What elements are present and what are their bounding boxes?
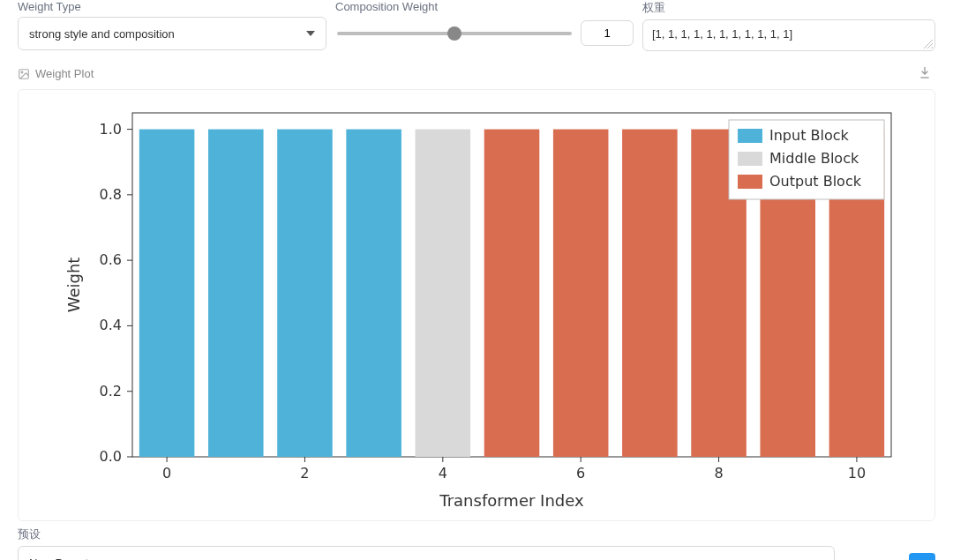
svg-point-1 — [21, 71, 23, 73]
svg-text:0: 0 — [162, 465, 171, 482]
preset-dropdown[interactable]: New Preset — [18, 546, 835, 560]
svg-rect-9 — [553, 130, 609, 457]
weights-input[interactable]: [1, 1, 1, 1, 1, 1, 1, 1, 1, 1, 1] — [642, 19, 935, 51]
composition-weight-label: Composition Weight — [335, 0, 634, 13]
refresh-preset-button[interactable] — [909, 553, 935, 560]
download-button[interactable] — [914, 62, 935, 86]
svg-rect-45 — [738, 175, 762, 189]
svg-rect-8 — [484, 130, 540, 457]
svg-text:0.0: 0.0 — [100, 448, 122, 465]
delete-preset-button[interactable] — [875, 553, 902, 560]
svg-text:Weight: Weight — [64, 258, 83, 313]
plot-title: Weight Plot — [35, 67, 94, 80]
preset-label: 预设 — [18, 526, 835, 542]
svg-text:0.8: 0.8 — [100, 186, 122, 203]
weight-type-dropdown[interactable]: strong style and composition — [18, 17, 326, 50]
weight-plot-svg: 02468100.00.20.40.60.81.0Transformer Ind… — [44, 95, 909, 519]
svg-text:6: 6 — [576, 465, 585, 482]
weight-plot: 02468100.00.20.40.60.81.0Transformer Ind… — [18, 89, 935, 521]
weight-type-value: strong style and composition — [29, 27, 175, 41]
svg-text:Input Block: Input Block — [769, 127, 850, 144]
composition-weight-slider[interactable] — [337, 32, 572, 35]
weights-value: [1, 1, 1, 1, 1, 1, 1, 1, 1, 1, 1] — [652, 27, 792, 41]
chevron-down-icon — [306, 31, 315, 36]
download-icon — [918, 65, 932, 79]
image-icon — [18, 68, 30, 80]
svg-rect-10 — [622, 130, 678, 457]
preset-value: New Preset — [29, 556, 88, 561]
weights-label: 权重 — [642, 0, 935, 16]
svg-rect-5 — [277, 130, 333, 457]
weight-type-label: Weight Type — [18, 0, 326, 13]
svg-text:Middle Block: Middle Block — [769, 150, 859, 167]
resize-handle-icon — [924, 40, 933, 49]
svg-rect-3 — [139, 130, 195, 457]
save-preset-button[interactable] — [842, 553, 868, 560]
svg-text:1.0: 1.0 — [100, 121, 122, 138]
svg-rect-6 — [346, 130, 401, 457]
svg-text:8: 8 — [714, 465, 723, 482]
svg-rect-43 — [738, 152, 762, 166]
svg-text:2: 2 — [300, 465, 309, 482]
svg-text:0.6: 0.6 — [100, 251, 122, 268]
svg-text:Transformer Index: Transformer Index — [439, 491, 584, 510]
svg-text:0.2: 0.2 — [100, 383, 122, 399]
svg-text:10: 10 — [848, 465, 866, 482]
svg-text:4: 4 — [439, 465, 447, 482]
composition-weight-value[interactable] — [581, 20, 634, 46]
svg-rect-4 — [208, 130, 264, 457]
svg-rect-41 — [738, 129, 762, 143]
svg-text:0.4: 0.4 — [100, 317, 122, 333]
svg-rect-7 — [416, 130, 471, 457]
svg-text:Output Block: Output Block — [769, 173, 862, 190]
